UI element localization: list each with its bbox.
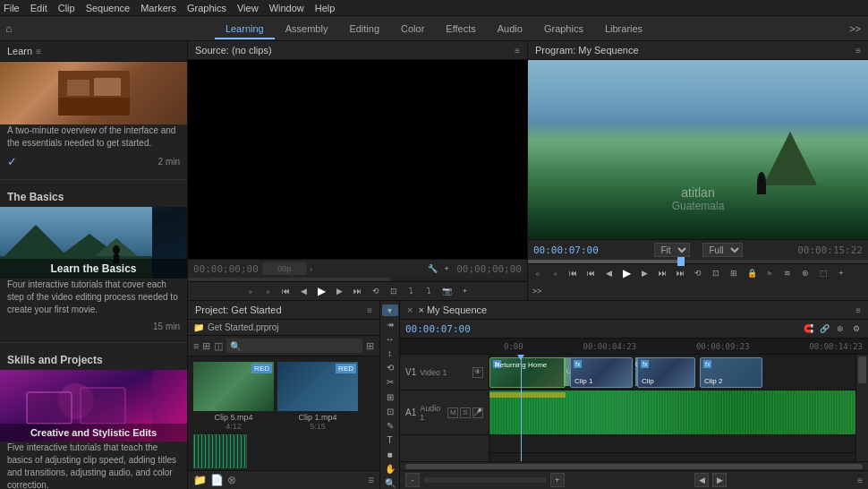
tool-shape[interactable]: ■	[382, 449, 398, 460]
tl-btn-nudge-right[interactable]: ▶	[712, 473, 727, 487]
tab-assembly[interactable]: Assembly	[275, 20, 339, 38]
project-clear-icon[interactable]: ⊗	[227, 474, 236, 486]
project-new-bin-icon[interactable]: 📁	[193, 474, 207, 486]
tab-color[interactable]: Color	[390, 20, 435, 38]
tab-audio[interactable]: Audio	[487, 20, 533, 38]
timeline-playhead[interactable]	[521, 355, 522, 461]
clip-returning-home[interactable]: fx Returning Home	[489, 357, 566, 388]
project-view-freeform-icon[interactable]: ◫	[214, 340, 223, 352]
menu-view[interactable]: View	[237, 3, 259, 13]
menu-help[interactable]: Help	[315, 3, 336, 13]
source-btn-step-fwd[interactable]: ▶	[334, 285, 346, 297]
source-btn-more[interactable]: +	[459, 285, 472, 297]
menu-clip[interactable]: Clip	[58, 3, 75, 13]
program-quality-select[interactable]: Full	[702, 243, 743, 257]
project-view-grid-icon[interactable]: ⊞	[202, 340, 210, 352]
source-wrench-icon[interactable]: 🔧	[426, 262, 438, 275]
clip-3[interactable]: fx Clip 2	[700, 357, 762, 388]
source-menu-icon[interactable]: ≡	[515, 46, 520, 56]
tab-libraries[interactable]: Libraries	[594, 20, 653, 38]
prog-btn-11[interactable]: ⊞	[728, 267, 740, 279]
prog-btn-13[interactable]: ≈	[763, 267, 776, 279]
a1-toggle-mic[interactable]: 🎤	[472, 408, 483, 418]
tl-btn-nudge-left[interactable]: ◀	[694, 473, 709, 487]
a1-toggle-m[interactable]: M	[447, 408, 458, 418]
menu-graphics[interactable]: Graphics	[187, 3, 226, 13]
tl-btn-add-marker[interactable]: ⊛	[834, 322, 847, 335]
tab-graphics[interactable]: Graphics	[533, 20, 594, 38]
tl-btn-zoom-in[interactable]: +	[550, 473, 565, 487]
prog-btn-add[interactable]: +	[835, 267, 847, 279]
timeline-ruler[interactable]: 0:00 00:00:04:23 00:00:09:23 00:00:14:23	[400, 339, 868, 355]
intro-card[interactable]: A two-minute overview of the interface a…	[0, 62, 187, 176]
tl-btn-snap[interactable]: 🧲	[802, 322, 814, 335]
tool-ripple[interactable]: ↔	[382, 333, 398, 345]
tl-btn-settings[interactable]: ⚙	[850, 322, 863, 335]
project-view-list-icon[interactable]: ≡	[193, 340, 199, 351]
menu-file[interactable]: File	[4, 3, 20, 13]
more-tabs-button[interactable]: >>	[849, 23, 861, 34]
prog-btn-16[interactable]: ⬚	[817, 267, 830, 279]
basics-card[interactable]: Learn the Basics Four interactive tutori…	[0, 207, 187, 339]
tab-effects[interactable]: Effects	[435, 20, 486, 38]
source-btn-overwrite[interactable]: ⤵	[423, 285, 436, 297]
prog-btn-1[interactable]: ⬦	[531, 267, 543, 279]
prog-btn-12[interactable]: 🔒	[745, 267, 758, 279]
tool-pen[interactable]: ✎	[382, 420, 398, 432]
project-bottom-menu-icon[interactable]: ≡	[368, 474, 374, 486]
program-fit-select[interactable]: Fit	[654, 243, 690, 257]
tool-hand[interactable]: ✋	[382, 463, 398, 475]
source-btn-safe[interactable]: ⊡	[387, 285, 400, 297]
program-scrubber[interactable]	[528, 260, 868, 263]
tool-selection[interactable]: ▾	[382, 305, 398, 316]
a1-track[interactable]	[489, 390, 855, 435]
v1-track[interactable]: fx Returning Home C fx	[489, 355, 855, 390]
scroll-thumb[interactable]	[405, 464, 863, 469]
v1-toggle-eye[interactable]: 👁	[472, 367, 483, 378]
prog-btn-6[interactable]: ▶	[638, 267, 651, 279]
prog-btn-14[interactable]: ≋	[781, 267, 794, 279]
tool-rolling[interactable]: ↕	[382, 347, 398, 359]
prog-btn-7[interactable]: ⏭	[656, 267, 668, 279]
source-btn-play[interactable]: ▶	[316, 285, 328, 297]
tl-btn-zoom-out[interactable]: -	[405, 473, 420, 487]
tool-track-select[interactable]: ↠	[382, 319, 398, 330]
tab-learning[interactable]: Learning	[215, 20, 275, 38]
prog-btn-8[interactable]: ⏭	[674, 267, 686, 279]
source-timecode-input[interactable]: 00p	[277, 264, 291, 273]
project-new-item-icon[interactable]: 📄	[210, 474, 224, 486]
source-btn-next-edit[interactable]: ⏭	[352, 285, 364, 297]
prog-btn-more[interactable]: >>	[531, 285, 543, 297]
source-btn-mark-in[interactable]: ⬦	[244, 285, 257, 297]
project-menu-icon[interactable]: ≡	[367, 305, 372, 315]
prog-btn-2[interactable]: ⬦	[549, 267, 561, 279]
tl-settings-icon[interactable]: ≡	[857, 476, 863, 485]
project-search-input[interactable]	[226, 339, 362, 353]
clip-2[interactable]: fx Clip	[637, 357, 695, 388]
source-add-icon[interactable]: +	[440, 262, 453, 275]
learn-menu-icon[interactable]: ≡	[36, 47, 41, 56]
creative-card[interactable]: Creative and Stylistic Edits Five intera…	[0, 370, 187, 489]
project-clip-2[interactable]: RED Clip 1.mp4 5:15	[277, 362, 358, 431]
tab-editing[interactable]: Editing	[338, 20, 390, 38]
tool-razor[interactable]: ✂	[382, 376, 398, 388]
timeline-timecode[interactable]: 00:00:07:00	[405, 323, 471, 335]
source-scrubber[interactable]	[188, 278, 527, 281]
prog-btn-9[interactable]: ⟲	[692, 267, 704, 279]
menu-window[interactable]: Window	[269, 3, 304, 13]
project-filter-icon[interactable]: ⊞	[366, 340, 374, 352]
project-audio-clip[interactable]	[193, 434, 374, 468]
tool-slide[interactable]: ⊡	[382, 406, 398, 417]
tool-rate-stretch[interactable]: ⟲	[382, 362, 398, 373]
prog-btn-10[interactable]: ⊡	[710, 267, 722, 279]
menu-sequence[interactable]: Sequence	[86, 3, 131, 13]
timeline-close-icon[interactable]: ×	[407, 305, 413, 315]
program-menu-icon[interactable]: ≡	[855, 46, 861, 56]
prog-btn-4[interactable]: ⏮	[584, 267, 597, 279]
project-clip-1[interactable]: RED Clip 5.mp4 4:12	[193, 362, 274, 431]
timeline-menu-icon[interactable]: ≡	[855, 305, 861, 315]
source-btn-step-back[interactable]: ◀	[298, 285, 311, 297]
prog-btn-15[interactable]: ⊛	[799, 267, 812, 279]
timeline-bottom-scroll[interactable]	[400, 461, 868, 470]
source-btn-loop[interactable]: ⟲	[370, 285, 382, 297]
